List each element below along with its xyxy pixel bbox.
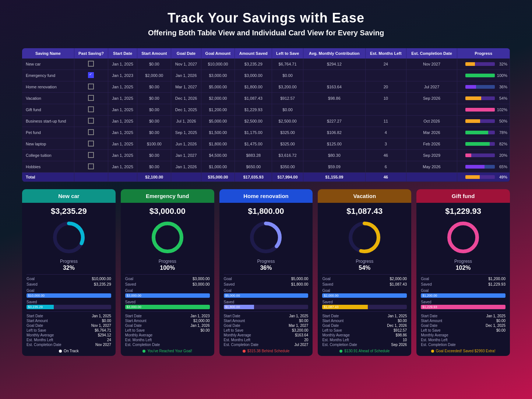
cell-goal-date: Jun 1, 2026 <box>171 138 201 150</box>
card-date-section-home-renovation: Start DateJan 1, 2025 Start Amount$0.00 … <box>224 314 309 347</box>
cell-progress: 102% <box>457 104 510 116</box>
table-row: Business start-up fund Jan 1, 2025 $0.00… <box>22 116 510 127</box>
cell-est-completion <box>406 104 457 116</box>
progress-pct: 20% <box>496 153 507 158</box>
table-row: New car Jan 1, 2025 $0.00 Nov 1, 2027 $1… <box>22 59 510 70</box>
card-progress-pct-new-car: 32% <box>27 265 111 271</box>
cell-amount-saved: $1,475.00 <box>235 138 272 150</box>
cell-left-to-save: $6,764.71 <box>272 59 303 70</box>
card-header-gift-fund: Gift fund <box>416 189 510 203</box>
cell-progress: 36% <box>457 81 510 93</box>
card-amount-gift-fund: $1,229.93 <box>421 206 505 216</box>
cell-goal-amount: $1,800.00 <box>201 138 235 150</box>
checkbox-past[interactable] <box>88 61 94 67</box>
cell-avg-monthly: $98.86 <box>303 93 365 104</box>
table-row: Pet fund Jan 1, 2025 $0.00 Sep 1, 2025 $… <box>22 127 510 138</box>
card-progress-label-home-renovation: Progress <box>224 259 309 264</box>
cell-goal-amount: $10,000.00 <box>201 59 235 70</box>
cell-past <box>74 127 108 138</box>
cell-past <box>74 116 108 127</box>
checkbox-past[interactable] <box>88 72 94 78</box>
col-start-amount: Start Amount <box>137 48 171 59</box>
cell-goal-date: Mar 1, 2027 <box>171 81 201 93</box>
cell-left-to-save: $325.00 <box>272 138 303 150</box>
svg-point-3 <box>154 223 182 251</box>
status-text-vacation: $130.91 Ahead of Schedule <box>344 349 390 353</box>
card-date-section-emergency-fund: Start DateJan 1, 2023 Start Amount$2,000… <box>125 314 210 347</box>
card-saved-row-home-renovation: Saved $1,800.00 <box>224 282 309 286</box>
checkbox-past[interactable] <box>88 129 94 135</box>
cell-left-to-save: $350.00 <box>272 161 303 173</box>
cell-est-months: 10 <box>366 93 406 104</box>
cell-left-to-save: $0.00 <box>272 104 303 116</box>
cell-progress: 50% <box>457 116 510 127</box>
card-progress-label-gift-fund: Progress <box>421 259 505 264</box>
cell-start-date: Jan 1, 2025 <box>108 161 137 173</box>
card-goal-row-vacation: Goal $2,000.00 <box>322 276 407 281</box>
checkbox-past[interactable] <box>88 106 94 112</box>
progress-pct: 82% <box>496 142 507 146</box>
card-header-vacation: Vacation <box>318 189 411 203</box>
cell-goal-date: Nov 1, 2027 <box>171 59 201 70</box>
page-wrapper: Track Your Savings with Ease Offering Bo… <box>0 0 532 399</box>
cell-goal-date: Dec 1, 2025 <box>171 104 201 116</box>
cell-start-date: Jan 1, 2025 <box>108 138 137 150</box>
col-saving-name: Saving Name <box>22 48 74 59</box>
card-date-section-vacation: Start DateJan 1, 2025 Start Amount$0.00 … <box>322 314 407 347</box>
cell-name: Pet fund <box>22 127 74 138</box>
cell-est-months: 46 <box>366 150 406 161</box>
checkbox-past[interactable] <box>88 84 94 89</box>
donut-container-gift-fund <box>421 219 505 256</box>
cell-start-amount: $0.00 <box>137 127 171 138</box>
cell-name: Home renovation <box>22 81 74 93</box>
cell-est-completion: Nov 2027 <box>406 59 457 70</box>
card-progress-pct-gift-fund: 102% <box>421 265 505 271</box>
cell-start-date: Jan 1, 2025 <box>108 104 137 116</box>
cell-name: Vacation <box>22 93 74 104</box>
cell-start-amount: $2,000.00 <box>137 70 171 81</box>
progress-pct: 102% <box>496 107 507 112</box>
cell-left-to-save: $3,200.00 <box>272 81 303 93</box>
card-status-home-renovation: $315.38 Behind Schedule <box>224 349 309 353</box>
card-home-renovation: Home renovation $1,800.00 Progress 36% G… <box>219 189 313 356</box>
cell-goal-amount: $5,000.00 <box>201 81 235 93</box>
card-gift-fund: Gift fund $1,229.93 Progress 102% Goal $… <box>416 189 510 356</box>
cell-progress: 65% <box>457 161 510 173</box>
cell-name: Gift fund <box>22 104 74 116</box>
cell-avg-monthly <box>303 70 365 81</box>
card-progress-label-emergency-fund: Progress <box>125 259 210 264</box>
cell-est-completion: May 2026 <box>406 161 457 173</box>
cell-avg-monthly: $59.09 <box>303 161 365 173</box>
card-saved-row-gift-fund: Saved $1,229.93 <box>421 282 505 286</box>
card-new-car: New car $3,235.29 Progress 32% Goal $10,… <box>22 189 116 356</box>
card-amount-vacation: $1,087.43 <box>322 206 407 216</box>
donut-svg-new-car <box>50 219 87 256</box>
cell-past <box>74 150 108 161</box>
checkbox-past[interactable] <box>88 118 94 124</box>
card-goal-bar-home-renovation: Goal $5,000.00 <box>224 289 309 298</box>
cell-past <box>74 59 108 70</box>
card-body-emergency-fund: $3,000.00 Progress 100% Goal $3,000.00 S… <box>121 203 214 356</box>
donut-container-new-car <box>27 219 111 256</box>
total-goal-amount: $35,000.00 <box>201 173 235 182</box>
card-body-gift-fund: $1,229.93 Progress 102% Goal $1,200.00 S… <box>416 203 510 356</box>
card-emergency-fund: Emergency fund $3,000.00 Progress 100% G… <box>121 189 214 356</box>
checkbox-past[interactable] <box>88 95 94 101</box>
checkbox-past[interactable] <box>88 163 94 169</box>
checkbox-past[interactable] <box>88 152 94 158</box>
status-text-emergency-fund: You've Reached Your Goal! <box>147 349 192 353</box>
card-saved-bar-new-car: Saved $3,235.29 <box>27 300 111 309</box>
cell-est-months: 3 <box>366 138 406 150</box>
cell-est-months <box>366 104 406 116</box>
checkbox-past[interactable] <box>88 141 94 146</box>
progress-pct: 54% <box>496 96 507 100</box>
card-saved-row-emergency-fund: Saved $3,000.00 <box>125 282 210 286</box>
col-left-to-save: Left to Save <box>272 48 303 59</box>
status-text-new-car: On Track <box>64 349 79 353</box>
progress-pct: 36% <box>496 85 507 89</box>
cell-amount-saved: $2,500.00 <box>235 116 272 127</box>
cell-name: New laptop <box>22 138 74 150</box>
sub-title: Offering Both Table View and Individual … <box>0 29 532 37</box>
status-dot-vacation <box>339 350 342 353</box>
card-date-section-gift-fund: Start DateJan 1, 2025 Start Amount$0.00 … <box>421 314 505 347</box>
